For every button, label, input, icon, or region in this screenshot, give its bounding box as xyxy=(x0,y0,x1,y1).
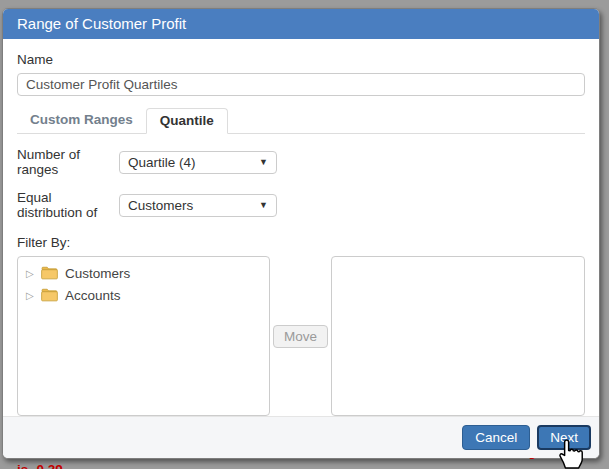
tab-quantile[interactable]: Quantile xyxy=(146,108,228,134)
page-backdrop xyxy=(0,0,609,8)
tab-custom-ranges[interactable]: Custom Ranges xyxy=(17,108,146,134)
expander-icon[interactable]: ▷ xyxy=(26,268,41,279)
expander-icon[interactable]: ▷ xyxy=(26,290,41,301)
filter-columns: ▷ Customers ▷ xyxy=(17,256,585,416)
folder-icon xyxy=(41,288,58,302)
dialog-title: Range of Customer Profit xyxy=(17,15,186,32)
selected-items-listbox[interactable] xyxy=(331,256,585,416)
tree-item-accounts[interactable]: ▷ Accounts xyxy=(18,284,269,306)
available-items-listbox[interactable]: ▷ Customers ▷ xyxy=(17,256,270,416)
equal-distribution-label: Equal distribution of xyxy=(17,190,119,220)
dialog-header: Range of Customer Profit xyxy=(3,9,599,39)
move-column: Move xyxy=(270,256,331,416)
dialog-footer: Cancel Next xyxy=(3,416,599,458)
tree-item-label: Customers xyxy=(65,266,130,281)
next-button[interactable]: Next xyxy=(537,425,591,450)
name-label: Name xyxy=(17,52,585,67)
cancel-button[interactable]: Cancel xyxy=(462,425,530,450)
filter-by-label: Filter By: xyxy=(17,235,585,250)
dropdown-arrow-icon: ▼ xyxy=(259,158,268,167)
number-of-ranges-select[interactable]: Quartile (4) ▼ xyxy=(119,151,277,174)
move-button[interactable]: Move xyxy=(273,325,328,348)
number-of-ranges-value: Quartile (4) xyxy=(128,155,196,170)
range-dialog: Range of Customer Profit Name Custom Ran… xyxy=(2,8,600,459)
folder-icon xyxy=(41,266,58,280)
equal-distribution-row: Equal distribution of Customers ▼ xyxy=(17,190,585,220)
name-input[interactable] xyxy=(17,73,585,96)
dialog-body: Name Custom Ranges Quantile Number of ra… xyxy=(3,39,599,469)
equal-distribution-select[interactable]: Customers ▼ xyxy=(119,194,277,217)
tree-item-customers[interactable]: ▷ Customers xyxy=(18,262,269,284)
number-of-ranges-row: Number of ranges Quartile (4) ▼ xyxy=(17,147,585,177)
number-of-ranges-label: Number of ranges xyxy=(17,147,119,177)
dropdown-arrow-icon: ▼ xyxy=(259,201,268,210)
tree-item-label: Accounts xyxy=(65,288,121,303)
equal-distribution-value: Customers xyxy=(128,198,193,213)
tab-bar: Custom Ranges Quantile xyxy=(17,108,585,134)
